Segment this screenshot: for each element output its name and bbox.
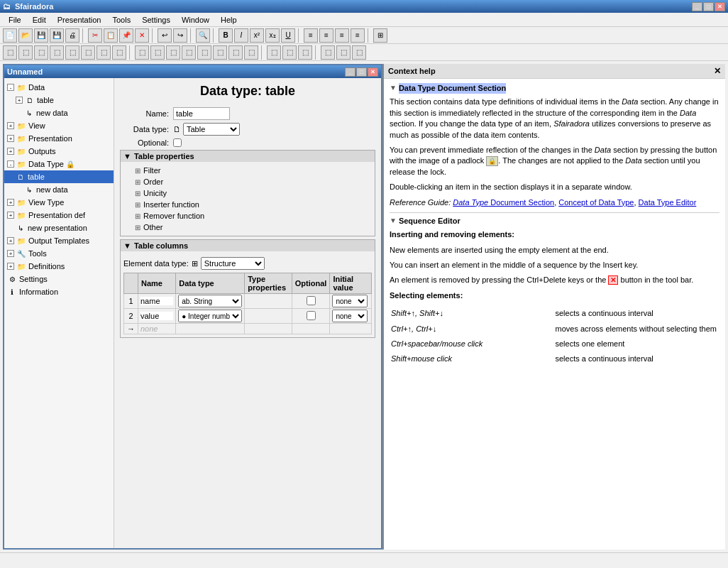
tb2-btn12[interactable]: ⬚ xyxy=(182,45,196,60)
align-right-button[interactable]: ≡ xyxy=(335,28,349,43)
tb2-btn20[interactable]: ⬚ xyxy=(321,45,335,60)
inner-close[interactable]: ✕ xyxy=(368,67,378,77)
new-button[interactable]: 📄 xyxy=(3,28,17,43)
tb2-btn2[interactable]: ⬚ xyxy=(18,45,33,60)
undo-button[interactable]: ↩ xyxy=(158,28,172,43)
inserter-item[interactable]: ⊞ Inserter function xyxy=(123,199,372,210)
context-help-close[interactable]: ✕ xyxy=(714,66,721,76)
optional-checkbox[interactable] xyxy=(173,138,182,147)
tree-new-data[interactable]: ↳ new data xyxy=(4,106,114,119)
menu-window[interactable]: Window xyxy=(176,14,215,26)
tree-settings[interactable]: ⚙ Settings xyxy=(4,273,114,285)
filter-item[interactable]: ⊞ Filter xyxy=(123,165,372,176)
row2-initial[interactable]: none xyxy=(330,309,372,324)
menu-presentation[interactable]: Presentation xyxy=(52,14,107,26)
tb2-btn5[interactable]: ⬚ xyxy=(65,45,79,60)
unicity-item[interactable]: ⊞ Unicity xyxy=(123,187,372,199)
tb2-btn6[interactable]: ⬚ xyxy=(81,45,95,60)
tb2-btn21[interactable]: ⬚ xyxy=(336,45,351,60)
row1-datatype[interactable]: ab. String xyxy=(176,294,245,309)
row1-optional[interactable] xyxy=(292,294,330,309)
inner-minimize[interactable]: _ xyxy=(345,67,355,77)
tb2-btn14[interactable]: ⬚ xyxy=(213,45,227,60)
find-button[interactable]: 🔍 xyxy=(196,28,210,43)
tree-presentation[interactable]: + 📁 Presentation xyxy=(4,132,114,145)
tree-information[interactable]: ℹ Information xyxy=(4,285,114,298)
tb2-btn10[interactable]: ⬚ xyxy=(150,45,165,60)
remover-item[interactable]: ⊞ Remover function xyxy=(123,210,372,222)
tree-view[interactable]: + 📁 View xyxy=(4,119,114,132)
save-button[interactable]: 💾 xyxy=(34,28,48,43)
tb2-btn18[interactable]: ⬚ xyxy=(282,45,297,60)
expand-view[interactable]: + xyxy=(7,122,14,129)
inner-maximize[interactable]: □ xyxy=(356,67,367,77)
menu-help[interactable]: Help xyxy=(215,14,243,26)
tb2-btn16[interactable]: ⬚ xyxy=(244,45,258,60)
close-button[interactable]: ✕ xyxy=(715,2,725,11)
subscript-button[interactable]: x₂ xyxy=(265,28,280,43)
expand-presdef[interactable]: + xyxy=(7,212,14,219)
elem-dt-select[interactable]: Structure xyxy=(201,257,265,270)
tb2-btn8[interactable]: ⬚ xyxy=(112,45,126,60)
open-button[interactable]: 📂 xyxy=(18,28,33,43)
menu-edit[interactable]: Edit xyxy=(27,14,52,26)
expand-tools[interactable]: + xyxy=(7,250,14,257)
other-item[interactable]: ⊞ Other xyxy=(123,222,372,233)
expand-datatype[interactable]: - xyxy=(7,160,14,168)
ref-link3[interactable]: Data Type Editor xyxy=(639,198,697,207)
tree-outputs[interactable]: + 📁 Outputs xyxy=(4,145,114,158)
align-justify-button[interactable]: ≡ xyxy=(351,28,365,43)
expand-table[interactable]: + xyxy=(16,97,23,104)
copy-button[interactable]: 📋 xyxy=(104,28,118,43)
expand-outputtpl[interactable]: + xyxy=(7,237,14,244)
order-item[interactable]: ⊞ Order xyxy=(123,176,372,187)
row2-name[interactable] xyxy=(138,309,176,324)
row2-datatype[interactable]: ● Integer number xyxy=(176,309,245,324)
save-all-button[interactable]: 💾 xyxy=(50,28,64,43)
expand-data[interactable]: - xyxy=(7,84,14,91)
align-left-button[interactable]: ≡ xyxy=(304,28,318,43)
tree-new-pres[interactable]: ↳ new presentation xyxy=(4,222,114,234)
tree-new-data-dt[interactable]: ↳ new data xyxy=(4,183,114,196)
tb2-btn19[interactable]: ⬚ xyxy=(298,45,312,60)
tree-viewtype[interactable]: + 📁 View Type xyxy=(4,196,114,209)
row2-optional[interactable] xyxy=(292,309,330,324)
table-button[interactable]: ⊞ xyxy=(373,28,387,43)
tb2-btn17[interactable]: ⬚ xyxy=(267,45,281,60)
tree-table[interactable]: + 🗋 table xyxy=(4,94,114,106)
menu-tools[interactable]: Tools xyxy=(106,14,136,26)
collapse-section1[interactable]: ▼ xyxy=(390,83,397,93)
paste-button[interactable]: 📌 xyxy=(119,28,133,43)
expand-presentation[interactable]: + xyxy=(7,135,14,142)
tb2-btn7[interactable]: ⬚ xyxy=(96,45,111,60)
datatype-select[interactable]: Table xyxy=(183,123,240,136)
row1-initial[interactable]: none xyxy=(330,294,372,309)
italic-button[interactable]: I xyxy=(234,28,248,43)
tb2-btn1[interactable]: ⬚ xyxy=(3,45,17,60)
ref-link1[interactable]: Data Type Document Section xyxy=(453,198,554,207)
cut-button[interactable]: ✂ xyxy=(88,28,102,43)
print-button[interactable]: 🖨 xyxy=(65,28,79,43)
tb2-btn9[interactable]: ⬚ xyxy=(135,45,149,60)
ref-link2[interactable]: Concept of Data Type xyxy=(558,198,634,207)
align-center-button[interactable]: ≡ xyxy=(319,28,333,43)
table-props-header[interactable]: ▼ Table properties xyxy=(121,151,375,162)
underline-button[interactable]: U xyxy=(281,28,295,43)
expand-outputs[interactable]: + xyxy=(7,148,14,155)
table-cols-header[interactable]: ▼ Table columns xyxy=(121,240,375,251)
tree-defs[interactable]: + 📁 Definitions xyxy=(4,260,114,273)
maximize-button[interactable]: □ xyxy=(703,2,714,11)
tb2-btn3[interactable]: ⬚ xyxy=(34,45,48,60)
collapse-section2[interactable]: ▼ xyxy=(390,216,397,226)
minimize-button[interactable]: _ xyxy=(692,2,702,11)
tree-data[interactable]: - 📁 Data xyxy=(4,81,114,94)
tb2-btn11[interactable]: ⬚ xyxy=(166,45,180,60)
tree-table-dt[interactable]: 🗋 table xyxy=(4,170,114,183)
tb2-btn15[interactable]: ⬚ xyxy=(228,45,243,60)
bold-button[interactable]: B xyxy=(219,28,233,43)
tree-datatype[interactable]: - 📁 Data Type 🔒 xyxy=(4,158,114,170)
redo-button[interactable]: ↪ xyxy=(173,28,187,43)
tb2-btn13[interactable]: ⬚ xyxy=(197,45,211,60)
expand-viewtype[interactable]: + xyxy=(7,199,14,206)
row1-name[interactable] xyxy=(138,294,176,309)
